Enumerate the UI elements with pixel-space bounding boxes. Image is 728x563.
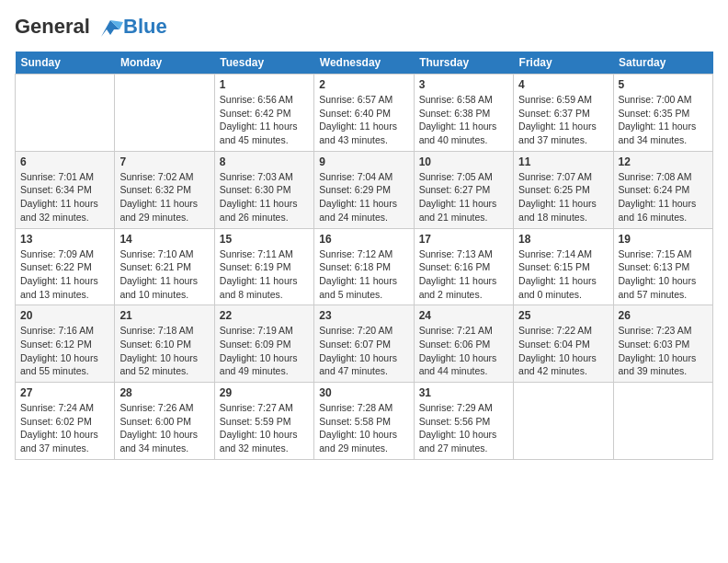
day-number: 30 xyxy=(319,386,408,399)
calendar-cell: 31Sunrise: 7:29 AMSunset: 5:56 PMDayligh… xyxy=(414,383,513,460)
day-number: 5 xyxy=(619,78,708,91)
daylight-text: Daylight: 11 hours and 32 minutes. xyxy=(20,198,98,223)
daylight-text: Daylight: 11 hours and 0 minutes. xyxy=(518,275,597,300)
calendar-cell: 27Sunrise: 7:24 AMSunset: 6:02 PMDayligh… xyxy=(16,383,115,460)
day-number: 31 xyxy=(419,386,508,399)
day-number: 22 xyxy=(220,309,309,322)
calendar-cell: 11Sunrise: 7:07 AMSunset: 6:25 PMDayligh… xyxy=(514,151,613,228)
day-number: 20 xyxy=(20,309,109,322)
sunrise-text: Sunrise: 7:07 AM xyxy=(518,171,592,182)
sunrise-text: Sunrise: 7:23 AM xyxy=(619,325,692,336)
day-info: Sunrise: 7:24 AMSunset: 6:02 PMDaylight:… xyxy=(20,401,109,455)
calendar-cell: 4Sunrise: 6:59 AMSunset: 6:37 PMDaylight… xyxy=(514,75,613,152)
day-info: Sunrise: 6:57 AMSunset: 6:40 PMDaylight:… xyxy=(319,93,408,147)
sunset-text: Sunset: 6:03 PM xyxy=(619,339,690,350)
daylight-text: Daylight: 10 hours and 39 minutes. xyxy=(619,352,697,377)
sunset-text: Sunset: 6:24 PM xyxy=(619,184,690,195)
daylight-text: Daylight: 11 hours and 37 minutes. xyxy=(518,121,597,145)
calendar-cell xyxy=(16,75,115,152)
day-info: Sunrise: 7:22 AMSunset: 6:04 PMDaylight:… xyxy=(518,324,608,378)
sunset-text: Sunset: 6:02 PM xyxy=(20,416,92,427)
day-number: 11 xyxy=(518,155,608,168)
sunset-text: Sunset: 6:06 PM xyxy=(419,339,491,350)
sunset-text: Sunset: 6:13 PM xyxy=(619,261,690,272)
day-info: Sunrise: 7:20 AMSunset: 6:07 PMDaylight:… xyxy=(319,324,408,378)
daylight-text: Daylight: 10 hours and 55 minutes. xyxy=(20,352,98,377)
logo: General Blue xyxy=(15,15,167,40)
sunrise-text: Sunrise: 7:29 AM xyxy=(419,402,493,413)
logo-line2: Blue xyxy=(123,15,167,38)
calendar-cell xyxy=(514,383,613,460)
calendar-cell: 17Sunrise: 7:13 AMSunset: 6:16 PMDayligh… xyxy=(414,228,513,305)
sunset-text: Sunset: 6:42 PM xyxy=(220,108,291,119)
day-number: 1 xyxy=(220,78,309,91)
day-number: 13 xyxy=(20,233,109,246)
day-info: Sunrise: 7:09 AMSunset: 6:22 PMDaylight:… xyxy=(20,247,109,302)
daylight-text: Daylight: 11 hours and 26 minutes. xyxy=(220,198,298,223)
calendar-cell: 23Sunrise: 7:20 AMSunset: 6:07 PMDayligh… xyxy=(314,305,414,383)
calendar-cell: 5Sunrise: 7:00 AMSunset: 6:35 PMDaylight… xyxy=(613,75,712,152)
day-info: Sunrise: 7:14 AMSunset: 6:15 PMDaylight:… xyxy=(518,247,608,302)
sunset-text: Sunset: 6:34 PM xyxy=(20,184,92,195)
sunset-text: Sunset: 6:00 PM xyxy=(119,416,191,427)
day-number: 7 xyxy=(119,155,209,168)
calendar-week-row: 13Sunrise: 7:09 AMSunset: 6:22 PMDayligh… xyxy=(16,228,713,305)
day-info: Sunrise: 7:29 AMSunset: 5:56 PMDaylight:… xyxy=(419,401,508,455)
calendar-cell: 9Sunrise: 7:04 AMSunset: 6:29 PMDaylight… xyxy=(314,151,414,228)
sunset-text: Sunset: 6:30 PM xyxy=(220,184,291,195)
day-number: 6 xyxy=(20,155,109,168)
calendar-cell: 22Sunrise: 7:19 AMSunset: 6:09 PMDayligh… xyxy=(214,305,313,383)
sunrise-text: Sunrise: 7:02 AM xyxy=(119,171,193,182)
day-number: 28 xyxy=(119,386,209,399)
calendar-cell: 18Sunrise: 7:14 AMSunset: 6:15 PMDayligh… xyxy=(514,228,613,305)
calendar-cell: 13Sunrise: 7:09 AMSunset: 6:22 PMDayligh… xyxy=(16,228,115,305)
sunrise-text: Sunrise: 7:15 AM xyxy=(619,248,692,259)
day-info: Sunrise: 6:59 AMSunset: 6:37 PMDaylight:… xyxy=(518,93,608,147)
day-number: 15 xyxy=(220,233,309,246)
calendar-cell: 26Sunrise: 7:23 AMSunset: 6:03 PMDayligh… xyxy=(613,305,712,383)
sunrise-text: Sunrise: 7:09 AM xyxy=(20,248,94,259)
sunrise-text: Sunrise: 7:04 AM xyxy=(319,171,392,182)
day-number: 16 xyxy=(319,233,408,246)
sunrise-text: Sunrise: 6:59 AM xyxy=(518,94,592,105)
daylight-text: Daylight: 10 hours and 47 minutes. xyxy=(319,352,397,377)
sunrise-text: Sunrise: 7:20 AM xyxy=(319,325,392,336)
day-info: Sunrise: 7:28 AMSunset: 5:58 PMDaylight:… xyxy=(319,401,408,455)
calendar-cell: 24Sunrise: 7:21 AMSunset: 6:06 PMDayligh… xyxy=(414,305,513,383)
calendar-cell: 2Sunrise: 6:57 AMSunset: 6:40 PMDaylight… xyxy=(314,75,414,152)
sunrise-text: Sunrise: 7:21 AM xyxy=(419,325,493,336)
calendar-cell: 25Sunrise: 7:22 AMSunset: 6:04 PMDayligh… xyxy=(514,305,613,383)
calendar-cell: 8Sunrise: 7:03 AMSunset: 6:30 PMDaylight… xyxy=(214,151,313,228)
day-info: Sunrise: 6:58 AMSunset: 6:38 PMDaylight:… xyxy=(419,93,508,147)
daylight-text: Daylight: 10 hours and 42 minutes. xyxy=(518,352,597,377)
day-number: 14 xyxy=(119,233,209,246)
day-info: Sunrise: 7:16 AMSunset: 6:12 PMDaylight:… xyxy=(20,324,109,378)
sunset-text: Sunset: 6:09 PM xyxy=(220,339,291,350)
sunset-text: Sunset: 5:59 PM xyxy=(220,416,291,427)
calendar-cell: 3Sunrise: 6:58 AMSunset: 6:38 PMDaylight… xyxy=(414,75,513,152)
day-header-wednesday: Wednesday xyxy=(314,52,414,75)
day-number: 4 xyxy=(518,78,608,91)
day-info: Sunrise: 7:15 AMSunset: 6:13 PMDaylight:… xyxy=(619,247,708,302)
daylight-text: Daylight: 10 hours and 37 minutes. xyxy=(20,429,98,454)
day-info: Sunrise: 7:11 AMSunset: 6:19 PMDaylight:… xyxy=(220,247,309,302)
sunset-text: Sunset: 6:04 PM xyxy=(518,339,590,350)
daylight-text: Daylight: 11 hours and 34 minutes. xyxy=(619,121,697,145)
calendar-cell: 21Sunrise: 7:18 AMSunset: 6:10 PMDayligh… xyxy=(115,305,214,383)
calendar-cell: 20Sunrise: 7:16 AMSunset: 6:12 PMDayligh… xyxy=(16,305,115,383)
day-number: 10 xyxy=(419,155,508,168)
daylight-text: Daylight: 11 hours and 2 minutes. xyxy=(419,275,497,300)
sunrise-text: Sunrise: 7:28 AM xyxy=(319,402,392,413)
day-number: 3 xyxy=(419,78,508,91)
sunrise-text: Sunrise: 7:24 AM xyxy=(20,402,94,413)
daylight-text: Daylight: 10 hours and 32 minutes. xyxy=(220,429,298,454)
day-info: Sunrise: 7:08 AMSunset: 6:24 PMDaylight:… xyxy=(619,170,708,224)
day-info: Sunrise: 7:02 AMSunset: 6:32 PMDaylight:… xyxy=(119,170,209,224)
day-number: 17 xyxy=(419,233,508,246)
daylight-text: Daylight: 11 hours and 45 minutes. xyxy=(220,121,298,145)
daylight-text: Daylight: 11 hours and 8 minutes. xyxy=(220,275,298,300)
day-number: 23 xyxy=(319,309,408,322)
daylight-text: Daylight: 10 hours and 27 minutes. xyxy=(419,429,497,454)
sunset-text: Sunset: 6:29 PM xyxy=(319,184,391,195)
day-number: 8 xyxy=(220,155,309,168)
